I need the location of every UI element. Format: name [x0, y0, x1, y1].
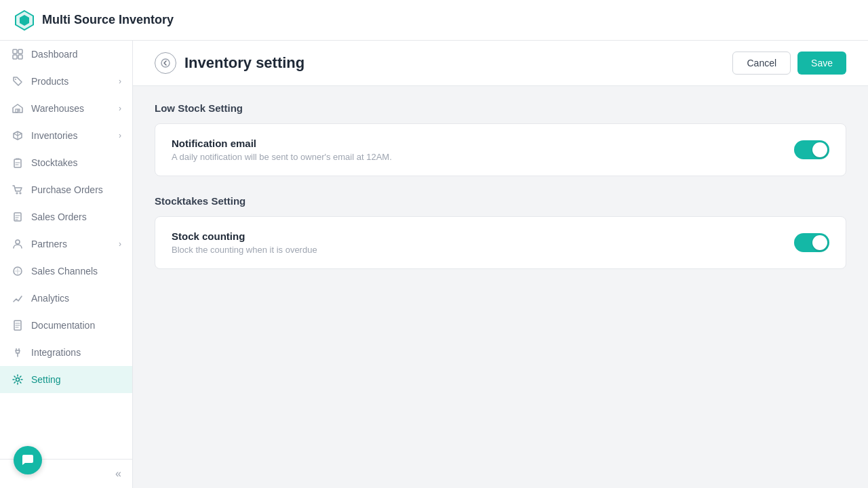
notification-email-info: Notification email A daily notification … — [172, 138, 392, 162]
stock-counting-info: Stock counting Block the counting when i… — [172, 230, 317, 255]
app-logo-icon — [14, 9, 35, 31]
svg-rect-7 — [14, 159, 21, 167]
stock-counting-slider — [794, 233, 829, 252]
sidebar: Dashboard Products › Warehouses › Invent… — [0, 41, 133, 488]
gear-icon — [11, 373, 24, 386]
sidebar-label-sales-channels: Sales Channels — [31, 266, 98, 277]
sidebar-label-partners: Partners — [31, 239, 67, 249]
receipt-icon — [11, 210, 24, 224]
stock-counting-label: Stock counting — [172, 230, 317, 242]
grid-icon — [11, 47, 24, 61]
sidebar-item-inventories[interactable]: Inventories › — [0, 122, 132, 149]
sidebar-item-stocktakes[interactable]: Stocktakes — [0, 149, 132, 176]
person-icon — [11, 237, 24, 251]
svg-point-9 — [20, 192, 21, 194]
sidebar-item-dashboard[interactable]: Dashboard — [0, 41, 132, 68]
chat-icon — [21, 453, 35, 467]
sidebar-item-warehouses[interactable]: Warehouses › — [0, 95, 132, 122]
header-actions: Cancel Save — [732, 52, 846, 75]
sidebar-item-sales-orders[interactable]: Sales Orders — [0, 203, 132, 230]
settings-content: Low Stock Setting Notification email A d… — [133, 86, 868, 304]
sidebar-label-warehouses: Warehouses — [31, 103, 84, 114]
svg-rect-3 — [18, 55, 22, 59]
sidebar-label-setting: Setting — [31, 374, 61, 385]
sidebar-item-integrations[interactable]: Integrations — [0, 339, 132, 366]
tag-icon — [11, 75, 24, 88]
sidebar-item-setting[interactable]: Setting — [0, 366, 132, 393]
sidebar-label-dashboard: Dashboard — [31, 49, 78, 60]
warehouse-icon — [11, 102, 24, 115]
sidebar-item-analytics[interactable]: Analytics — [0, 285, 132, 312]
sidebar-label-analytics: Analytics — [31, 293, 69, 304]
chevron-right-icon: › — [119, 77, 121, 86]
notification-email-slider — [794, 140, 829, 159]
low-stock-section: Low Stock Setting Notification email A d… — [155, 102, 846, 176]
stock-counting-card: Stock counting Block the counting when i… — [155, 216, 846, 269]
chevron-right-icon: › — [119, 131, 121, 140]
notification-email-label: Notification email — [172, 138, 392, 149]
sidebar-label-sales-orders: Sales Orders — [31, 211, 87, 222]
stocktakes-section-title: Stocktakes Setting — [155, 195, 846, 207]
svg-point-11 — [16, 240, 20, 244]
top-header: Multi Source Inventory — [0, 0, 868, 41]
notification-email-toggle[interactable] — [794, 140, 829, 159]
sidebar-item-partners[interactable]: Partners › — [0, 230, 132, 258]
main-layout: Dashboard Products › Warehouses › Invent… — [0, 41, 868, 488]
chat-bubble-button[interactable] — [14, 446, 42, 474]
sidebar-label-purchase-orders: Purchase Orders — [31, 184, 103, 195]
clipboard-icon — [11, 156, 24, 169]
sidebar-item-purchase-orders[interactable]: Purchase Orders — [0, 176, 132, 203]
sidebar-item-products[interactable]: Products › — [0, 68, 132, 95]
back-button[interactable] — [155, 52, 176, 74]
svg-point-8 — [16, 192, 18, 194]
svg-rect-6 — [18, 109, 20, 111]
svg-point-14 — [16, 378, 20, 382]
page-header-left: Inventory setting — [155, 52, 304, 74]
notification-email-desc: A daily notification will be sent to own… — [172, 152, 392, 162]
app-title: Multi Source Inventory — [42, 13, 174, 27]
page-header: Inventory setting Cancel Save — [133, 41, 868, 86]
cancel-button[interactable]: Cancel — [732, 52, 791, 75]
stock-counting-desc: Block the counting when it is overdue — [172, 245, 317, 255]
sidebar-label-documentation: Documentation — [31, 320, 95, 331]
sidebar-label-integrations: Integrations — [31, 347, 81, 358]
channel-icon — [11, 264, 24, 278]
doc-icon — [11, 319, 24, 332]
chart-icon — [11, 291, 24, 305]
sidebar-label-inventories: Inventories — [31, 130, 77, 141]
chevron-right-icon: › — [119, 239, 121, 249]
notification-email-card: Notification email A daily notification … — [155, 123, 846, 176]
sidebar-item-documentation[interactable]: Documentation — [0, 312, 132, 339]
box-icon — [11, 129, 24, 142]
low-stock-section-title: Low Stock Setting — [155, 102, 846, 114]
svg-rect-0 — [13, 49, 17, 54]
content-area: Inventory setting Cancel Save Low Stock … — [133, 41, 868, 488]
stock-counting-toggle[interactable] — [794, 233, 829, 252]
page-title: Inventory setting — [184, 54, 304, 72]
cart-icon — [11, 183, 24, 197]
svg-point-4 — [15, 79, 16, 80]
stocktakes-section: Stocktakes Setting Stock counting Block … — [155, 195, 846, 269]
collapse-icon: « — [115, 468, 121, 480]
svg-rect-2 — [13, 55, 17, 59]
save-button[interactable]: Save — [797, 52, 846, 75]
chevron-right-icon: › — [119, 104, 121, 113]
sidebar-label-stocktakes: Stocktakes — [31, 157, 77, 168]
svg-point-15 — [161, 59, 170, 67]
sidebar-label-products: Products — [31, 76, 68, 87]
back-arrow-icon — [161, 58, 170, 68]
sidebar-item-sales-channels[interactable]: Sales Channels — [0, 258, 132, 285]
plug-icon — [11, 346, 24, 359]
svg-rect-1 — [18, 49, 22, 54]
